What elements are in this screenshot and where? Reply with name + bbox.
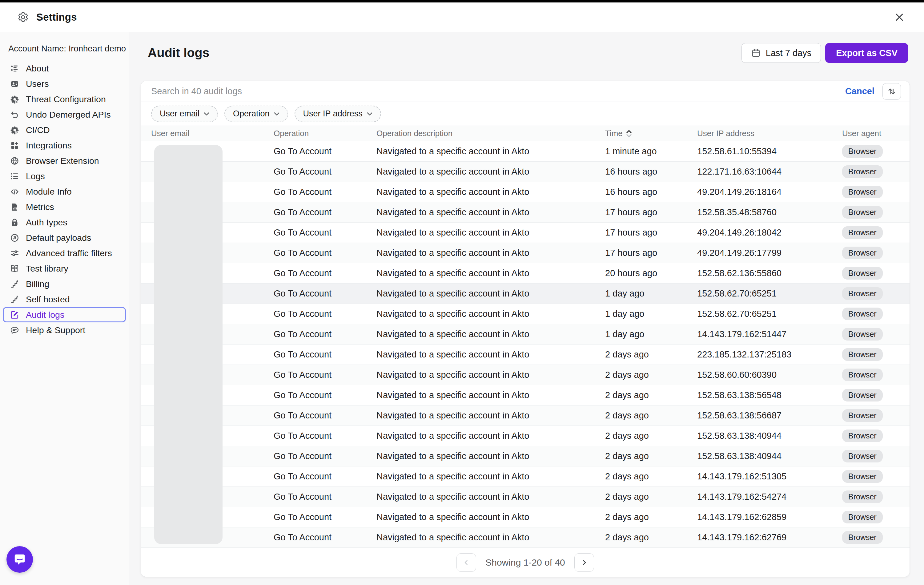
cell-time: 2 days ago [605, 471, 697, 481]
table-row[interactable]: Go To AccountNavigated to a specific acc… [141, 426, 909, 446]
logs-list-icon [10, 172, 19, 181]
sidebar-item-browser-extension[interactable]: Browser Extension [3, 153, 126, 169]
metrics-report-icon [10, 203, 19, 212]
table-row[interactable]: Go To AccountNavigated to a specific acc… [141, 263, 909, 284]
cell-user-agent: Browser [842, 348, 899, 361]
sidebar-item-module-info[interactable]: Module Info [3, 184, 126, 199]
user-agent-badge: Browser [842, 511, 883, 524]
sidebar-item-about[interactable]: About [3, 61, 126, 76]
table-row[interactable]: Go To AccountNavigated to a specific acc… [141, 223, 909, 243]
user-agent-badge: Browser [842, 307, 883, 320]
sidebar-item-billing[interactable]: Billing [3, 276, 126, 292]
cell-user-agent: Browser [842, 369, 899, 381]
cell-operation: Go To Account [274, 207, 376, 217]
code-icon [10, 187, 19, 196]
table-row[interactable]: Go To AccountNavigated to a specific acc… [141, 507, 909, 527]
calendar-icon [751, 48, 761, 58]
table-row[interactable]: Go To AccountNavigated to a specific acc… [141, 324, 909, 345]
cell-time: 1 day ago [605, 289, 697, 299]
table-row[interactable]: Go To AccountNavigated to a specific acc… [141, 365, 909, 385]
table-row[interactable]: Go To AccountNavigated to a specific acc… [141, 446, 909, 466]
window-top-strip [0, 0, 924, 2]
table-row[interactable]: Go To AccountNavigated to a specific acc… [141, 466, 909, 487]
date-range-button[interactable]: Last 7 days [741, 43, 821, 63]
close-button[interactable] [892, 10, 907, 25]
table-row[interactable]: Go To AccountNavigated to a specific acc… [141, 385, 909, 405]
sidebar-item-advanced-traffic-filters[interactable]: Advanced traffic filters [3, 245, 126, 261]
table-row[interactable]: Go To AccountNavigated to a specific acc… [141, 284, 909, 304]
sort-arrows-icon [887, 86, 897, 96]
sidebar-item-logs[interactable]: Logs [3, 169, 126, 184]
cell-user-ip-address: 14.143.179.162:51305 [697, 471, 842, 481]
sidebar-item-ci-cd[interactable]: CI/CD [3, 122, 126, 138]
user-agent-badge: Browser [842, 470, 883, 483]
sidebar-item-users[interactable]: Users [3, 76, 126, 91]
table-row[interactable]: Go To AccountNavigated to a specific acc… [141, 243, 909, 263]
table-row[interactable]: Go To AccountNavigated to a specific acc… [141, 304, 909, 324]
chat-help-icon [10, 326, 19, 335]
cell-user-agent: Browser [842, 246, 899, 259]
cell-operation: Go To Account [274, 329, 376, 339]
column-header-time[interactable]: Time [605, 129, 697, 138]
cell-operation: Go To Account [274, 349, 376, 360]
sidebar-item-default-payloads[interactable]: Default payloads [3, 230, 126, 245]
table-row[interactable]: Go To AccountNavigated to a specific acc… [141, 141, 909, 162]
cell-user-agent: Browser [842, 165, 899, 178]
table-row[interactable]: Go To AccountNavigated to a specific acc… [141, 202, 909, 223]
sidebar-item-metrics[interactable]: Metrics [3, 199, 126, 215]
column-header-label: Operation [274, 129, 309, 138]
cell-time: 17 hours ago [605, 228, 697, 238]
table-row[interactable]: Go To AccountNavigated to a specific acc… [141, 405, 909, 426]
user-agent-badge: Browser [842, 267, 883, 279]
table-row[interactable]: Go To AccountNavigated to a specific acc… [141, 527, 909, 548]
search-input[interactable] [151, 86, 837, 96]
sidebar-item-undo-demerged-apis[interactable]: Undo Demerged APIs [3, 107, 126, 122]
sidebar: Account Name: Ironheart demo AboutUsersT… [0, 32, 129, 585]
cell-time: 2 days ago [605, 370, 697, 380]
sort-button[interactable] [883, 83, 901, 100]
user-agent-badge: Browser [842, 145, 883, 158]
sidebar-item-integrations[interactable]: Integrations [3, 138, 126, 153]
table-row[interactable]: Go To AccountNavigated to a specific acc… [141, 162, 909, 182]
cancel-link[interactable]: Cancel [845, 86, 874, 96]
sidebar-item-label: Default payloads [26, 233, 91, 243]
users-icon [10, 79, 19, 88]
cell-operation-description: Navigated to a specific account in Akto [376, 410, 605, 421]
cell-user-ip-address: 14.143.179.162:51447 [697, 329, 842, 339]
user-agent-badge: Browser [842, 165, 883, 178]
sidebar-item-self-hosted[interactable]: Self hosted [3, 292, 126, 307]
export-csv-button[interactable]: Export as CSV [825, 43, 908, 63]
stairs-up-icon [10, 279, 19, 289]
filter-chip-user-email[interactable]: User email [151, 106, 218, 122]
page-title: Audit logs [148, 46, 209, 60]
cell-user-ip-address: 122.171.16.63:10644 [697, 167, 842, 177]
filter-chip-operation[interactable]: Operation [224, 106, 288, 122]
next-page-button[interactable] [574, 553, 594, 572]
table-header-row: User emailOperationOperation description… [141, 126, 909, 141]
sidebar-item-auth-types[interactable]: Auth types [3, 215, 126, 230]
cell-user-ip-address: 152.58.35.48:58760 [697, 207, 842, 217]
cell-time: 16 hours ago [605, 167, 697, 177]
column-header-label: User IP address [697, 129, 754, 138]
sidebar-item-threat-configuration[interactable]: Threat Configuration [3, 91, 126, 107]
cell-operation-description: Navigated to a specific account in Akto [376, 329, 605, 339]
cell-operation-description: Navigated to a specific account in Akto [376, 309, 605, 319]
chevron-down-icon [274, 112, 279, 116]
filter-chip-user-ip-address[interactable]: User IP address [295, 106, 381, 122]
sidebar-item-audit-logs[interactable]: Audit logs [3, 307, 126, 322]
cell-user-ip-address: 152.58.63.138:40944 [697, 431, 842, 441]
sidebar-item-help-support[interactable]: Help & Support [3, 322, 126, 338]
pagination: Showing 1-20 of 40 [141, 548, 909, 577]
cell-operation: Go To Account [274, 492, 376, 502]
sidebar-item-test-library[interactable]: Test library [3, 261, 126, 276]
table-row[interactable]: Go To AccountNavigated to a specific acc… [141, 487, 909, 507]
previous-page-button[interactable] [457, 553, 476, 572]
table-row[interactable]: Go To AccountNavigated to a specific acc… [141, 182, 909, 202]
globe-icon [10, 156, 19, 165]
table-row[interactable]: Go To AccountNavigated to a specific acc… [141, 345, 909, 365]
cell-user-ip-address: 14.143.179.162:54274 [697, 492, 842, 502]
cell-user-agent: Browser [842, 206, 899, 218]
cell-operation: Go To Account [274, 451, 376, 461]
chat-launcher-button[interactable] [7, 546, 33, 573]
cell-user-agent: Browser [842, 145, 899, 158]
